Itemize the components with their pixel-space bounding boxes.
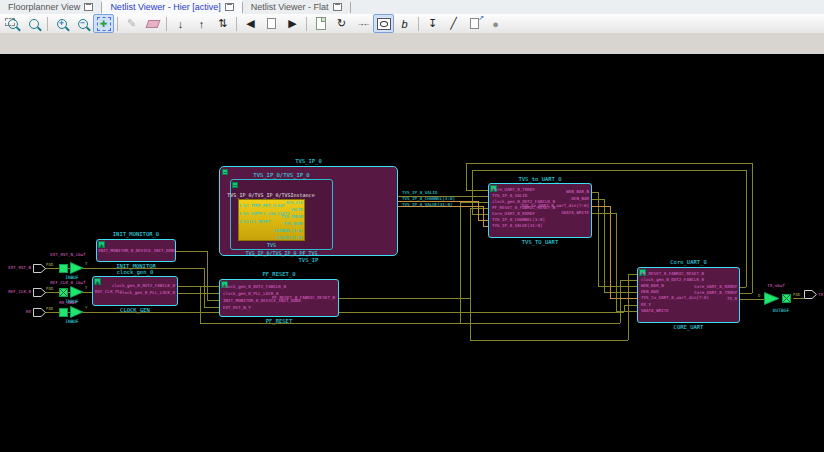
zoom-selection-icon[interactable] (23, 14, 44, 33)
buffer-name: EXT_RST_N_ibuf (40, 252, 96, 257)
new-sheet-icon[interactable] (310, 14, 331, 33)
inbuf-buffer[interactable] (70, 262, 84, 274)
wire[interactable] (466, 163, 752, 164)
wire[interactable] (472, 170, 746, 171)
wire[interactable] (339, 298, 470, 299)
wire[interactable] (793, 298, 804, 299)
wire[interactable] (616, 311, 637, 312)
input-port[interactable] (33, 264, 46, 273)
wire[interactable] (460, 202, 488, 203)
push-down-icon[interactable]: ↓ (170, 14, 191, 33)
bus-wire[interactable] (610, 298, 637, 299)
pad-cell[interactable] (59, 264, 68, 273)
back-icon[interactable]: ◀ (240, 14, 261, 33)
wire[interactable] (752, 163, 753, 293)
wire[interactable] (200, 286, 201, 323)
wire[interactable] (204, 307, 219, 308)
edit-mode-icon[interactable]: ✎ (121, 14, 142, 33)
block-pin: TVS_IP_0_CHANNEL[3:0] (492, 217, 545, 222)
netlist-canvas[interactable]: TVS_IP_0_VALID TVS_IP_0_CHANNEL[3:0] TVS… (0, 54, 824, 452)
bus-wire[interactable] (592, 206, 610, 207)
reload-icon[interactable]: ↻ (331, 14, 352, 33)
float-window-icon[interactable] (225, 3, 234, 11)
wire[interactable] (628, 274, 629, 340)
pad-cross-icon (60, 289, 67, 296)
inbuf-buffer[interactable] (70, 306, 84, 318)
float-window-icon[interactable] (333, 3, 342, 11)
forward-icon[interactable]: ▶ (282, 14, 303, 33)
wire[interactable] (204, 268, 205, 307)
wire[interactable] (472, 170, 473, 214)
wire[interactable] (176, 251, 207, 252)
wire[interactable] (740, 293, 752, 294)
tab-label: Netlist Viewer - Flat (251, 2, 329, 12)
zoom-out-icon[interactable]: − (72, 14, 93, 33)
output-port[interactable] (804, 290, 817, 299)
wire[interactable] (740, 287, 746, 288)
bus-wire[interactable] (478, 201, 479, 220)
toolbar-separator (418, 17, 419, 31)
wire[interactable] (44, 292, 92, 293)
wire[interactable] (746, 170, 747, 287)
show-contents-icon[interactable] (373, 14, 394, 33)
current-sheet-icon[interactable] (261, 14, 282, 33)
wire[interactable] (592, 199, 604, 200)
wire[interactable] (628, 274, 637, 275)
wire[interactable] (624, 305, 637, 306)
toolbar-separator (117, 17, 118, 31)
wire[interactable] (470, 340, 628, 341)
float-window-icon[interactable] (84, 3, 93, 11)
wire[interactable] (466, 190, 488, 191)
wire[interactable] (178, 286, 219, 287)
wire[interactable] (470, 208, 471, 340)
fit-view-icon[interactable]: ✚ (93, 14, 114, 33)
eraser-icon[interactable] (142, 14, 163, 33)
block-title: Core_UART_0 (637, 259, 740, 265)
buffer-type-label: INBUF (52, 319, 92, 325)
collapse-all-icon[interactable]: →← (352, 14, 373, 33)
save-view-icon[interactable]: ↧ (422, 14, 443, 33)
bus-wire[interactable] (483, 206, 484, 226)
block-type-label: TVS_IP (219, 257, 398, 263)
outbuf-buffer[interactable] (764, 292, 780, 305)
bus-wire[interactable] (610, 206, 611, 298)
block-pin: TVS_DONE (240, 221, 303, 226)
wire[interactable] (740, 299, 764, 300)
inbuf-buffer[interactable] (70, 286, 84, 298)
block-pin: PF_RESET_0_FABRIC_RESET_N (641, 271, 704, 276)
wire[interactable] (604, 292, 637, 293)
block-pin: WEN_BAR_N (488, 189, 589, 194)
block-pin: clock_gen_0_OUT2_FABCLK_0 (223, 284, 286, 289)
wire[interactable] (616, 213, 617, 311)
wire[interactable] (472, 214, 488, 215)
tab-bar: Floorplanner View Netlist Viewer - Hier … (0, 0, 824, 15)
export-view-icon[interactable]: ↗ (464, 14, 485, 33)
draw-line-icon[interactable]: ╱ (443, 14, 464, 33)
zoom-window-icon[interactable] (2, 14, 23, 33)
rename-icon[interactable]: b (394, 14, 415, 33)
wire[interactable] (460, 202, 461, 323)
pop-up-icon[interactable]: ↑ (191, 14, 212, 33)
block-title: INIT_MONITOR_0 (96, 231, 176, 237)
block-pin: SYS_CLK (240, 200, 303, 205)
collapse-icon[interactable]: − (222, 169, 228, 175)
pad-cross-icon (783, 295, 790, 302)
wire[interactable] (178, 293, 219, 294)
zoom-in-icon[interactable]: + (51, 14, 72, 33)
wire[interactable] (592, 213, 616, 214)
expand-icon[interactable]: + (98, 241, 105, 248)
block-pin: CHANNEL[3:0] (240, 228, 303, 233)
input-port[interactable] (33, 308, 46, 317)
block-title: TVS_IP_0/TVS_IP_0/TVSInstance (221, 192, 321, 198)
collapse-icon[interactable]: − (232, 182, 238, 188)
wire[interactable] (207, 300, 219, 301)
tab-netlist-flat[interactable]: Netlist Viewer - Flat (243, 0, 350, 14)
record-icon[interactable]: ● (485, 14, 506, 33)
block-pin: RX_Y (641, 302, 651, 307)
wire[interactable] (466, 163, 467, 190)
tab-floorplanner[interactable]: Floorplanner View (0, 0, 101, 14)
tab-netlist-hier[interactable]: Netlist Viewer - Hier [active] (102, 0, 241, 14)
push-pop-icon[interactable]: ⇅ (212, 14, 233, 33)
input-port[interactable] (33, 288, 46, 297)
pad-cell[interactable] (59, 308, 68, 317)
